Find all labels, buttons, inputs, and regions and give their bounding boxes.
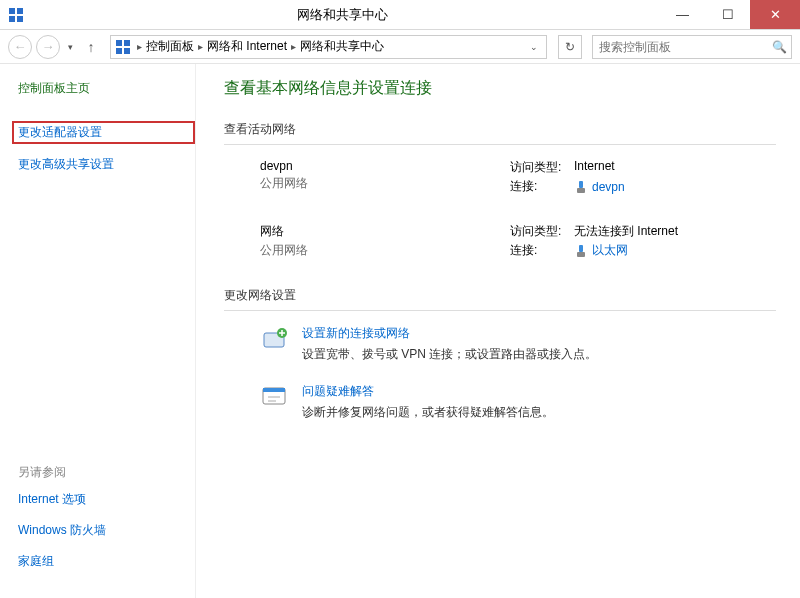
search-input[interactable] [593,40,791,54]
svg-rect-1 [17,8,23,14]
up-button[interactable]: ↑ [80,39,102,55]
svg-rect-7 [124,48,130,54]
svg-rect-5 [124,40,130,46]
chevron-right-icon[interactable]: ▸ [133,41,146,52]
connection-label: 连接: [510,242,574,259]
svg-rect-15 [263,388,285,392]
svg-rect-11 [577,252,585,257]
breadcrumb[interactable]: ▸ 控制面板 ▸ 网络和 Internet ▸ 网络和共享中心 ⌄ [110,35,547,59]
active-networks-heading: 查看活动网络 [224,121,776,145]
breadcrumb-expand-icon[interactable]: ⌄ [526,42,542,52]
breadcrumb-item[interactable]: 网络和共享中心 [300,38,384,55]
search-box[interactable]: 🔍 [592,35,792,59]
access-type-label: 访问类型: [510,223,574,240]
app-icon [8,7,24,23]
svg-rect-2 [9,16,15,22]
network-name: 网络 [260,223,510,240]
access-type-label: 访问类型: [510,159,574,176]
access-type-value: Internet [574,159,615,176]
svg-rect-0 [9,8,15,14]
sidebar-see-also-item[interactable]: 家庭组 [18,553,195,570]
connection-label: 连接: [510,178,574,195]
window-title: 网络和共享中心 [24,6,660,24]
connection-icon [574,180,588,194]
network-name: devpn [260,159,510,173]
new-connection-desc: 设置宽带、拨号或 VPN 连接；或设置路由器或接入点。 [302,347,597,361]
breadcrumb-icon [115,39,131,55]
troubleshoot-desc: 诊断并修复网络问题，或者获得疑难解答信息。 [302,405,554,419]
chevron-right-icon[interactable]: ▸ [194,41,207,52]
new-connection-icon [260,325,288,353]
connection-link[interactable]: 以太网 [574,242,628,259]
sidebar-home[interactable]: 控制面板主页 [18,80,195,97]
troubleshoot-link[interactable]: 问题疑难解答 [302,383,554,400]
svg-rect-3 [17,16,23,22]
nav-bar: ← → ▾ ↑ ▸ 控制面板 ▸ 网络和 Internet ▸ 网络和共享中心 … [0,30,800,64]
forward-button[interactable]: → [36,35,60,59]
breadcrumb-item[interactable]: 控制面板 [146,38,194,55]
sidebar: 控制面板主页 更改适配器设置 更改高级共享设置 另请参阅 Internet 选项… [0,64,195,598]
titlebar: 网络和共享中心 — ☐ ✕ [0,0,800,30]
network-type: 公用网络 [260,242,510,259]
sidebar-see-also-item[interactable]: Windows 防火墙 [18,522,195,539]
see-also-heading: 另请参阅 [18,464,195,481]
new-connection-link[interactable]: 设置新的连接或网络 [302,325,597,342]
access-type-value: 无法连接到 Internet [574,223,678,240]
connection-name: devpn [592,180,625,194]
svg-rect-9 [577,188,585,193]
svg-rect-8 [579,181,583,188]
connection-icon [574,244,588,258]
chevron-right-icon[interactable]: ▸ [287,41,300,52]
sidebar-adapter-settings[interactable]: 更改适配器设置 [12,121,195,144]
network-type: 公用网络 [260,175,510,192]
sidebar-see-also-item[interactable]: Internet 选项 [18,491,195,508]
svg-rect-6 [116,48,122,54]
network-row: 网络 公用网络 访问类型: 无法连接到 Internet 连接: 以太网 [224,223,776,261]
connection-link[interactable]: devpn [574,178,625,195]
close-button[interactable]: ✕ [750,0,800,29]
change-settings-heading: 更改网络设置 [224,287,776,311]
settings-item: 问题疑难解答 诊断并修复网络问题，或者获得疑难解答信息。 [224,383,776,421]
troubleshoot-icon [260,383,288,411]
minimize-button[interactable]: — [660,0,705,29]
history-dropdown-icon[interactable]: ▾ [64,42,76,52]
breadcrumb-item[interactable]: 网络和 Internet [207,38,287,55]
refresh-button[interactable]: ↻ [558,35,582,59]
settings-item: 设置新的连接或网络 设置宽带、拨号或 VPN 连接；或设置路由器或接入点。 [224,325,776,363]
search-icon[interactable]: 🔍 [772,40,787,54]
window-controls: — ☐ ✕ [660,0,800,29]
maximize-button[interactable]: ☐ [705,0,750,29]
sidebar-advanced-sharing[interactable]: 更改高级共享设置 [18,156,195,173]
network-row: devpn 公用网络 访问类型: Internet 连接: devpn [224,159,776,197]
svg-rect-10 [579,245,583,252]
content-pane: 查看基本网络信息并设置连接 查看活动网络 devpn 公用网络 访问类型: In… [195,64,800,598]
back-button[interactable]: ← [8,35,32,59]
page-title: 查看基本网络信息并设置连接 [224,78,776,99]
svg-rect-4 [116,40,122,46]
connection-name: 以太网 [592,242,628,259]
main-area: 控制面板主页 更改适配器设置 更改高级共享设置 另请参阅 Internet 选项… [0,64,800,598]
